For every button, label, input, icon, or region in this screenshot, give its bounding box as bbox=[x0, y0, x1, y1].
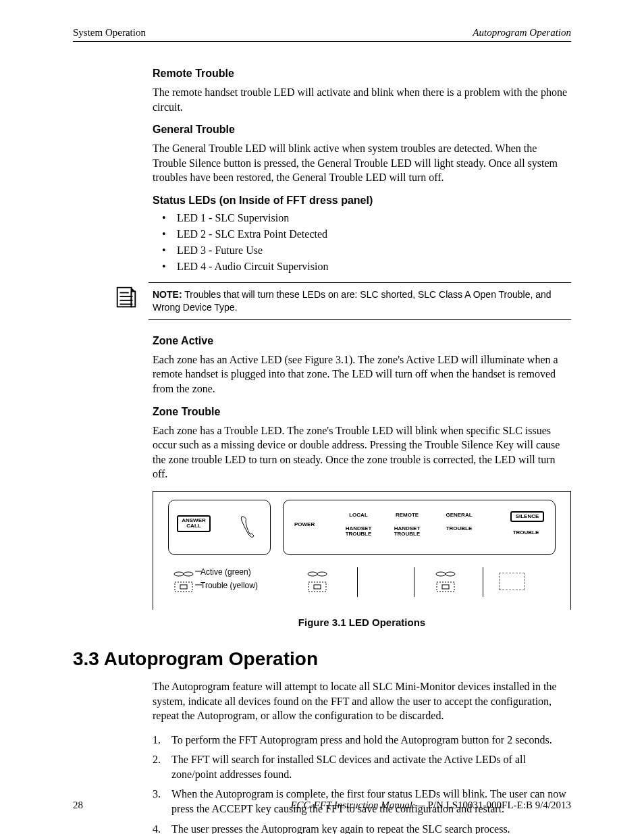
header-right: Autoprogram Operation bbox=[473, 27, 571, 38]
svg-point-7 bbox=[184, 572, 193, 576]
note-icon bbox=[113, 285, 139, 311]
list-item: LED 3 - Future Use bbox=[153, 244, 571, 257]
status-led-list: LED 1 - SLC Supervision LED 2 - SLC Extr… bbox=[153, 212, 571, 273]
handset-icon bbox=[239, 514, 257, 541]
general-label-2: TROUBLE bbox=[440, 526, 478, 531]
trouble-yellow-label: Trouble (yellow) bbox=[200, 581, 258, 590]
figure-led-operations: ANSWER CALL POWER LOCAL HANDSET TROUBLE … bbox=[153, 491, 571, 610]
heading-general-trouble: General Trouble bbox=[153, 124, 571, 136]
figure-bottom-panel-1: Active (green) Trouble (yellow) bbox=[168, 565, 271, 600]
page-number: 28 bbox=[73, 800, 83, 811]
svg-rect-9 bbox=[180, 585, 187, 589]
jack-icon bbox=[172, 569, 195, 596]
remote-label-1: REMOTE bbox=[390, 513, 424, 518]
figure-panel-status: POWER LOCAL HANDSET TROUBLE REMOTE HANDS… bbox=[283, 500, 556, 555]
header-left: System Operation bbox=[73, 27, 146, 38]
answer-call-button: ANSWER CALL bbox=[177, 515, 211, 532]
heading-zone-trouble: Zone Trouble bbox=[153, 406, 571, 418]
svg-rect-18 bbox=[437, 582, 454, 592]
para-general-trouble: The General Trouble LED will blink activ… bbox=[153, 141, 571, 185]
divider bbox=[357, 567, 358, 597]
figure-panel-answer: ANSWER CALL bbox=[168, 500, 271, 555]
list-item: 4.The user presses the Autoprogram key a… bbox=[153, 822, 571, 834]
svg-rect-14 bbox=[308, 582, 326, 592]
running-header: System Operation Autoprogram Operation bbox=[73, 27, 571, 42]
svg-point-13 bbox=[317, 572, 327, 576]
active-green-label: Active (green) bbox=[200, 567, 251, 577]
svg-point-6 bbox=[174, 572, 184, 576]
list-item: LED 2 - SLC Extra Point Detected bbox=[153, 228, 571, 240]
general-label-1: GENERAL bbox=[440, 513, 478, 518]
heading-status-leds: Status LEDs (on Inside of FFT dress pane… bbox=[153, 194, 571, 207]
leader-lines bbox=[192, 566, 202, 593]
autoprogram-steps: 1.To perform the FFT Autoprogram press a… bbox=[153, 733, 571, 834]
para-autoprogram-intro: The Autoprogram feature will attempt to … bbox=[153, 679, 571, 723]
local-label-2: HANDSET TROUBLE bbox=[339, 526, 378, 538]
svg-point-17 bbox=[446, 572, 455, 576]
divider bbox=[414, 567, 414, 597]
para-zone-active: Each zone has an Active LED (see Figure … bbox=[153, 353, 571, 396]
list-item: 1.To perform the FFT Autoprogram press a… bbox=[153, 733, 571, 748]
svg-point-12 bbox=[308, 572, 317, 576]
silence-label-2: TROUBLE bbox=[509, 530, 543, 536]
note-text: Troubles that will turn these LEDs on ar… bbox=[153, 289, 552, 313]
power-label: POWER bbox=[294, 522, 315, 527]
local-label-1: LOCAL bbox=[342, 513, 375, 518]
svg-point-16 bbox=[436, 572, 446, 576]
heading-remote-trouble: Remote Trouble bbox=[153, 68, 571, 80]
list-item: LED 1 - SLC Supervision bbox=[153, 212, 571, 224]
svg-rect-19 bbox=[442, 585, 449, 589]
para-remote-trouble: The remote handset trouble LED will acti… bbox=[153, 85, 571, 114]
jack-icon bbox=[306, 569, 329, 596]
note-box: NOTE: Troubles that will turn these LEDs… bbox=[149, 282, 571, 320]
footer-right: ECC-FFT Instruction Manual — P/N LS10031… bbox=[290, 800, 571, 811]
heading-zone-active: Zone Active bbox=[153, 335, 571, 347]
svg-rect-8 bbox=[175, 582, 192, 592]
silence-button: SILENCE bbox=[510, 511, 544, 522]
divider bbox=[483, 567, 483, 597]
list-item: LED 4 - Audio Circuit Supervision bbox=[153, 261, 571, 273]
running-footer: 28 ECC-FFT Instruction Manual — P/N LS10… bbox=[73, 800, 571, 811]
note-label: NOTE: bbox=[153, 289, 182, 300]
heading-autoprogram: 3.3 Autoprogram Operation bbox=[73, 648, 571, 670]
figure-bottom-panel-2 bbox=[283, 565, 556, 600]
para-zone-trouble: Each zone has a Trouble LED. The zone's … bbox=[153, 423, 571, 481]
list-item: 2.The FFT will search for installed SLC … bbox=[153, 752, 571, 781]
figure-caption: Figure 3.1 LED Operations bbox=[153, 617, 571, 628]
remote-label-2: HANDSET TROUBLE bbox=[387, 526, 427, 538]
jack-icon bbox=[434, 569, 457, 596]
svg-rect-15 bbox=[314, 585, 321, 589]
jack-placeholder bbox=[499, 573, 525, 590]
